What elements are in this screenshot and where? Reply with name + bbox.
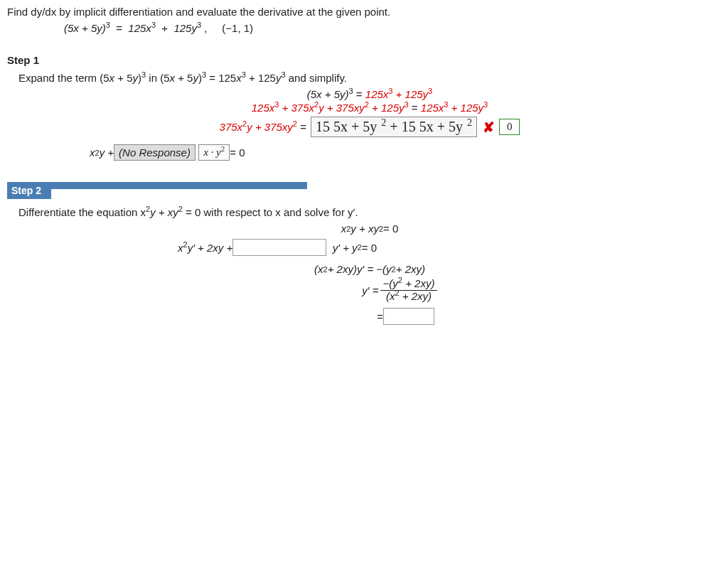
s1i-b: + 5: [114, 72, 132, 84]
prompt-text: Find dy/dx by implicit differentiation a…: [7, 6, 390, 18]
s1i-b2: + 5: [175, 72, 193, 84]
eq-rhs2: 125y: [173, 22, 197, 34]
step2-instruction: Differentiate the equation x2y + xy2 = 0…: [18, 206, 721, 218]
step2-work: x2y + xy2 = 0 x2y′ + 2xy + y′ + y2 = 0 (…: [18, 222, 721, 325]
e5l: =: [305, 311, 383, 323]
s1l2d: + 125y: [369, 102, 405, 114]
s1l2b: + 375x: [279, 102, 314, 114]
fraction: −(y2 + 2xy) (x2 + 2xy): [380, 278, 438, 302]
fn-b: + 2xy): [402, 277, 434, 289]
problem-statement: Find dy/dx by implicit differentiation a…: [7, 6, 721, 18]
e3m: + 2xy)y′ = −(y: [328, 263, 392, 275]
s1i-d: in (5: [146, 72, 169, 84]
s1l1l: (5x + 5y): [307, 88, 349, 100]
e2l: x: [178, 242, 183, 254]
step2-header: Step 2: [7, 162, 721, 199]
e3l: (x: [314, 263, 323, 275]
e3r: + 2xy): [396, 263, 425, 275]
fd-b: + 2xy): [400, 290, 432, 302]
hint-expr-box: x · y2: [198, 144, 230, 161]
e2rb: = 0: [362, 242, 377, 254]
s1l3a: 375x: [220, 121, 243, 133]
wa-a: 15 5x + 5y: [316, 119, 377, 134]
eq-lhs: (5x + 5y): [64, 22, 106, 34]
s2i-b: y + xy: [150, 206, 178, 218]
s1l2c: y + 375xy: [318, 102, 365, 114]
eqz: = 0: [230, 146, 245, 159]
s1i-e: = 125: [206, 72, 236, 84]
problem-equation: (5x + 5y)3 = 125x3 + 125y3 , (−1, 1): [64, 22, 721, 34]
step1-content: Expand the term (5x + 5y)3 in (5x + 5y)3…: [18, 72, 721, 161]
s1l2a: 125x: [252, 102, 275, 114]
wrong-answer-box[interactable]: 15 5x + 5y2 + 15 5x + 5y2: [311, 117, 477, 137]
s1l3b: y + 375xy: [247, 121, 293, 133]
s1l1rb: + 125y: [392, 88, 428, 100]
step1-label: Step 1: [7, 54, 721, 66]
e2ra: y′ + y: [333, 242, 358, 254]
s2i-a: Differentiate the equation x: [18, 206, 146, 218]
hint-expr: x · y: [203, 146, 221, 158]
step2-input-1[interactable]: [232, 239, 326, 256]
s1l2rb: + 125y: [448, 102, 483, 114]
e1l: x: [341, 222, 347, 235]
s2i-c: = 0 with respect to x and solve for y′.: [183, 206, 358, 218]
step1-work: (5x + 5y)3 = 125x3 + 125y3 125x3 + 375x2…: [18, 88, 721, 161]
step2-content: Differentiate the equation x2y + xy2 = 0…: [18, 206, 721, 325]
fd-a: (x: [386, 290, 395, 302]
s1l2ra: 125x: [421, 102, 444, 114]
s1i-f: + 125: [246, 72, 276, 84]
s1l4a: x: [90, 146, 95, 159]
e1m: y + xy: [350, 222, 379, 235]
s1l1ra: 125x: [365, 88, 389, 100]
step2-input-2[interactable]: [383, 308, 434, 325]
no-response-box[interactable]: (No Response): [114, 144, 196, 161]
wrong-icon: ✘: [483, 119, 495, 136]
s1l4b: y +: [100, 146, 114, 159]
eq-rhs1: 125x: [128, 22, 151, 34]
s1i-a: Expand the term (5: [18, 72, 109, 84]
e2m: y′ + 2xy +: [188, 242, 233, 254]
step2-label: Step 2: [7, 182, 51, 199]
e4l: y′ =: [362, 284, 378, 296]
eq-point: (−1, 1): [222, 22, 253, 34]
s1i-g: and simplify.: [286, 72, 347, 84]
step1-instruction: Expand the term (5x + 5y)3 in (5x + 5y)3…: [18, 72, 721, 84]
fn-a: −(y: [383, 277, 398, 289]
e1r: = 0: [383, 222, 398, 235]
correct-hint-box: 0: [499, 119, 520, 135]
wa-b: + 15 5x + 5y: [386, 119, 463, 134]
